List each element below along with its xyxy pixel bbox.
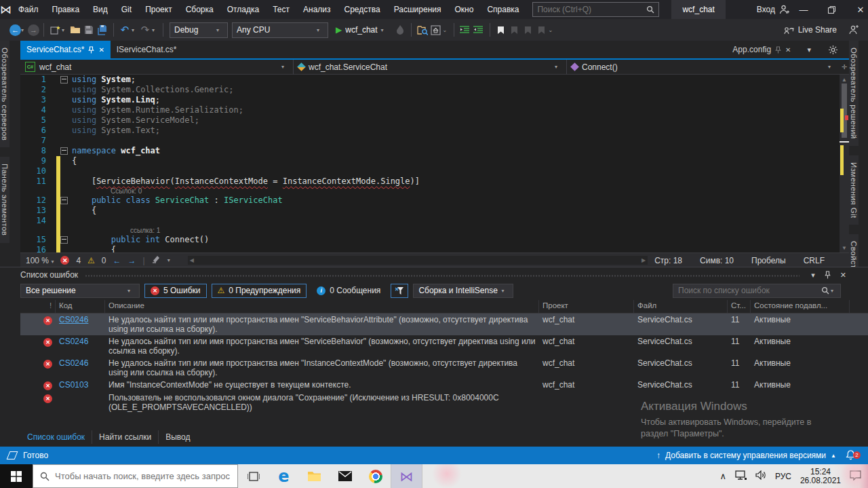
menu-item-8[interactable]: Тест — [266, 5, 296, 14]
menu-item-11[interactable]: Расширения — [387, 5, 448, 14]
notifications-button[interactable]: 2 — [846, 449, 856, 462]
feedback-icon[interactable] — [846, 22, 860, 37]
start-button[interactable] — [0, 464, 33, 488]
mail-taskbar-button[interactable] — [330, 464, 360, 488]
errors-filter-button[interactable]: ✕ 5 Ошибки — [144, 284, 207, 298]
save-icon[interactable] — [82, 22, 96, 37]
error-code-cell[interactable]: CS0246 — [56, 335, 105, 357]
column-header-6[interactable]: Состояние подавл... — [751, 300, 850, 313]
column-header-5[interactable]: Ст... — [728, 300, 751, 313]
quick-search-input[interactable] — [533, 5, 646, 14]
type-dropdown[interactable]: wcf_chat.ServiceChat ▾ — [294, 60, 567, 74]
column-header-4[interactable]: Файл — [634, 300, 728, 313]
solution-platform-dropdown[interactable]: Any CPU▾ — [232, 22, 328, 38]
close-tab-icon[interactable]: ✕ — [785, 46, 791, 54]
vertical-scrollbar[interactable]: ▲ ▼ — [840, 75, 849, 252]
file-explorer-taskbar-button[interactable] — [299, 464, 330, 488]
edge-taskbar-button[interactable]: e — [269, 464, 299, 488]
fold-marker[interactable] — [56, 146, 72, 156]
clear-filters-button[interactable] — [391, 284, 408, 298]
error-code-cell[interactable]: CS0246 — [56, 314, 105, 335]
close-button[interactable]: ✕ — [846, 0, 868, 19]
next-issue-icon[interactable]: → — [128, 256, 136, 265]
member-dropdown[interactable]: Connect() ▾ — [567, 60, 840, 74]
column-header-2[interactable]: Описание — [105, 300, 539, 313]
fold-marker[interactable] — [56, 75, 72, 85]
error-row[interactable]: ✕CS0246Не удалось найти тип или имя прос… — [20, 314, 868, 335]
build-intellisense-dropdown[interactable]: Сборка и IntelliSense▾ — [413, 284, 513, 298]
codelens-indicator[interactable]: ссылка: 1 — [20, 226, 849, 235]
prev-issue-icon[interactable]: ← — [113, 256, 121, 265]
next-bookmark-icon[interactable] — [521, 22, 535, 37]
menu-item-10[interactable]: Средства — [338, 5, 387, 14]
editor-warnings-icon[interactable]: ⚠ — [87, 256, 95, 265]
error-row[interactable]: ✕CS0103Имя "InstanceContextMode" не суще… — [20, 379, 868, 392]
menu-item-4[interactable]: Git — [115, 5, 138, 14]
document-tab[interactable]: App.config✕ — [726, 41, 797, 58]
hidden-icons-chevron[interactable]: ∧ — [719, 471, 726, 481]
scope-dropdown[interactable]: Все решение▾ — [20, 284, 140, 298]
taskbar-clock[interactable]: 15:24 26.08.2021 — [800, 468, 841, 485]
zoom-level-dropdown[interactable]: 100 % ▾ — [26, 256, 54, 265]
document-tab[interactable]: ServiceChat.cs*✕ — [20, 41, 111, 58]
hot-reload-icon[interactable] — [393, 22, 407, 37]
scroll-left-icon[interactable]: ◀ — [190, 257, 194, 263]
collapse-icon[interactable] — [60, 236, 68, 244]
taskbar-search-input[interactable] — [52, 471, 237, 481]
error-code-cell[interactable]: CS0103 — [56, 379, 105, 392]
new-project-icon[interactable] — [48, 22, 62, 37]
new-item-dropdown-icon[interactable]: ▾ — [62, 27, 68, 33]
restore-button[interactable] — [818, 0, 846, 19]
caret-column-indicator[interactable]: Симв: 10 — [700, 256, 734, 265]
editor-warning-count[interactable]: 0 — [102, 256, 106, 265]
menu-item-12[interactable]: Окно — [448, 5, 480, 14]
collapse-icon[interactable] — [60, 76, 68, 83]
pin-icon[interactable] — [825, 271, 831, 279]
open-folder-icon[interactable] — [68, 22, 82, 37]
error-list-header[interactable]: Список ошибок ▾ ✕ — [20, 267, 868, 281]
project-dropdown[interactable]: C# wcf_chat ▾ — [20, 60, 294, 74]
redo-dropdown-icon[interactable]: ▾ — [152, 27, 159, 33]
navigate-back-button[interactable]: ← — [9, 24, 21, 36]
solution-configuration-dropdown[interactable]: Debug▾ — [170, 22, 228, 38]
navigate-forward-button[interactable]: → — [28, 24, 39, 36]
visual-studio-logo-icon[interactable]: ⋈ — [0, 3, 12, 17]
menu-item-1[interactable]: Файл — [12, 5, 45, 14]
window-position-dropdown-icon[interactable]: ▾ — [811, 271, 815, 280]
code-editor[interactable]: 1using System;2using System.Collections.… — [20, 75, 849, 252]
menu-item-13[interactable]: Справка — [480, 5, 526, 14]
collapse-icon[interactable] — [60, 197, 68, 204]
action-center-icon[interactable] — [850, 470, 861, 483]
scroll-up-icon[interactable]: ▲ — [840, 75, 849, 84]
collapse-icon[interactable] — [60, 147, 68, 155]
undo-icon[interactable]: ↶ — [118, 22, 132, 37]
sign-in-button[interactable]: Вход — [757, 5, 789, 14]
unindent-icon[interactable] — [458, 22, 472, 37]
warnings-filter-button[interactable]: ⚠ 0 Предупреждения — [212, 284, 307, 298]
close-panel-icon[interactable]: ✕ — [840, 271, 846, 280]
undo-dropdown-icon[interactable]: ▾ — [132, 27, 138, 33]
horizontal-scrollbar[interactable]: ◀▶ — [188, 256, 648, 265]
find-in-files-icon[interactable] — [416, 22, 429, 37]
column-header-1[interactable]: Код — [56, 300, 105, 313]
tool-strip-tab[interactable]: Изменения Git — [849, 155, 859, 225]
editor-error-count[interactable]: 4 — [76, 256, 81, 265]
quick-search-box[interactable] — [532, 2, 659, 17]
menu-item-5[interactable]: Проект — [138, 5, 179, 14]
redo-icon[interactable]: ↷ — [138, 22, 152, 37]
scroll-down-icon[interactable]: ▼ — [840, 243, 849, 252]
error-search-input[interactable] — [673, 286, 821, 295]
menu-item-9[interactable]: Анализ — [296, 5, 338, 14]
codelens-indicator[interactable]: Ссылок: 0 — [20, 187, 849, 195]
messages-filter-button[interactable]: i 0 Сообщения — [311, 284, 386, 298]
menu-item-3[interactable]: Вид — [86, 5, 115, 14]
network-icon[interactable] — [735, 470, 747, 482]
menu-item-6[interactable]: Сборка — [179, 5, 220, 14]
split-window-handle[interactable]: ✛ — [840, 60, 849, 74]
scroll-right-icon[interactable]: ▶ — [642, 257, 646, 263]
close-tab-icon[interactable]: ✕ — [98, 46, 104, 54]
add-to-source-control-button[interactable]: ↑ Добавить в систему управления версиями… — [656, 451, 836, 460]
tool-strip-tab[interactable]: Панель элементов — [0, 157, 9, 242]
tool-strip-tab[interactable]: Обозреватель серверов — [0, 41, 9, 147]
code-cleanup-icon[interactable] — [152, 255, 161, 265]
